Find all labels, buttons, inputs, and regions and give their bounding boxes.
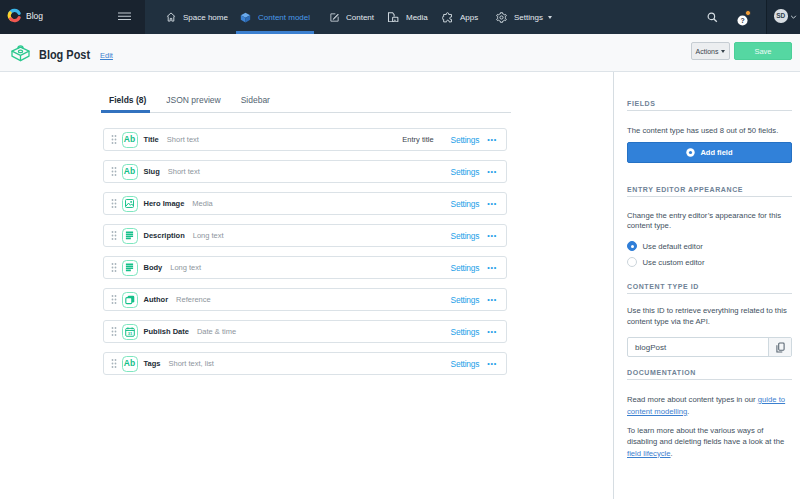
svg-text:?: ? xyxy=(740,17,744,24)
svg-text:31: 31 xyxy=(127,330,132,335)
